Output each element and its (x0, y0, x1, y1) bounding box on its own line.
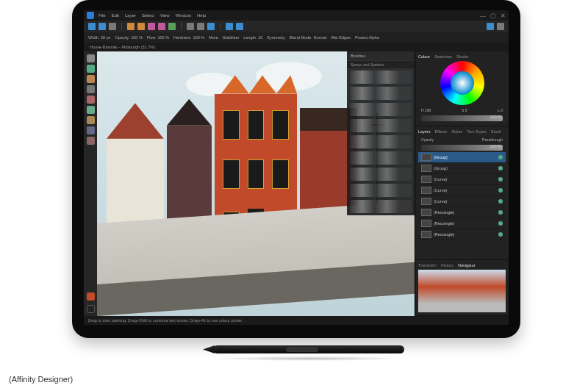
document-tab[interactable]: House-Basniak – Pittsburgh (31.7%) (90, 45, 155, 49)
tab-effects[interactable]: Effects (435, 129, 448, 134)
visibility-toggle-icon[interactable] (498, 166, 503, 170)
account-icon[interactable] (487, 23, 494, 30)
minimize-button[interactable]: — (480, 12, 486, 19)
foreground-colour-swatch[interactable] (87, 292, 95, 301)
layer-row[interactable]: (Curve) (418, 174, 506, 185)
layer-thumbnail (421, 176, 431, 183)
menu-view[interactable]: View (160, 13, 170, 18)
opt-width[interactable]: Width20 px (88, 35, 111, 40)
visibility-toggle-icon[interactable] (498, 210, 503, 215)
tool-b-icon[interactable] (137, 23, 145, 30)
align-icon[interactable] (197, 23, 204, 30)
layer-row[interactable]: (Rectangle) (418, 218, 506, 229)
brush-preset[interactable] (350, 103, 412, 116)
move-tool-icon[interactable] (87, 54, 95, 62)
brush-preset[interactable] (350, 200, 412, 213)
canvas[interactable]: Brushes Sprays and Spatters (97, 51, 415, 316)
layer-row[interactable]: (Rectangle) (418, 229, 506, 240)
menu-help[interactable]: Help (197, 13, 206, 18)
visibility-toggle-icon[interactable] (498, 188, 503, 193)
persona-designer-icon[interactable] (88, 23, 96, 30)
brush-tool-icon[interactable] (87, 75, 95, 83)
node-tool-icon[interactable] (87, 65, 95, 73)
arrange-icon[interactable] (187, 23, 194, 30)
hue-value: H 190 (421, 108, 431, 112)
opt-protect[interactable]: Protect Alpha (355, 35, 379, 40)
tab-layers[interactable]: Layers (418, 129, 431, 134)
visibility-toggle-icon[interactable] (498, 232, 503, 237)
tab-styles[interactable]: Styles (451, 129, 462, 134)
fill-tool-icon[interactable] (87, 96, 95, 104)
close-button[interactable]: ✕ (501, 12, 506, 19)
menu-window[interactable]: Window (176, 13, 191, 18)
opt-blend[interactable]: Blend ModeNormal (290, 35, 326, 40)
opt-length[interactable]: Length10 (243, 35, 262, 40)
window-controls: — ▢ ✕ (480, 12, 506, 19)
layer-row[interactable]: (Group) (418, 152, 506, 163)
group-icon[interactable] (236, 23, 243, 30)
brush-preset[interactable] (350, 119, 412, 132)
tool-a-icon[interactable] (127, 23, 135, 30)
layer-row[interactable]: (Curve) (418, 185, 506, 196)
navigator-thumbnail[interactable] (418, 270, 506, 312)
text-tool-icon[interactable] (87, 116, 95, 124)
layer-opacity-slider[interactable] (421, 145, 503, 151)
tab-history[interactable]: History (441, 263, 453, 267)
pen-tool-icon[interactable] (87, 85, 95, 93)
eraser-tool-icon[interactable] (87, 137, 95, 145)
persona-pixel-icon[interactable] (98, 23, 106, 30)
opt-symmetry[interactable]: Symmetry (267, 35, 285, 40)
opt-flow[interactable]: Flow100 % (147, 35, 169, 40)
layers-passthrough[interactable]: Passthrough (482, 137, 503, 142)
tab-colour[interactable]: Colour (418, 54, 430, 59)
brush-category-dropdown[interactable]: Sprays and Spatters (347, 60, 415, 69)
menu-edit[interactable]: Edit (112, 13, 119, 18)
crop-tool-icon[interactable] (87, 126, 95, 134)
brush-preset[interactable] (350, 184, 412, 197)
menu-file[interactable]: File (98, 13, 106, 18)
opt-wet[interactable]: Wet Edges (331, 35, 351, 40)
brush-preset[interactable] (350, 87, 412, 100)
tab-textstyles[interactable]: Text Styles (467, 129, 487, 134)
visibility-toggle-icon[interactable] (498, 199, 503, 204)
brushes-panel[interactable]: Brushes Sprays and Spatters (347, 51, 415, 215)
share-icon[interactable] (109, 23, 116, 30)
opt-stabiliser[interactable]: Stabiliser (223, 35, 240, 40)
visibility-toggle-icon[interactable] (498, 155, 503, 159)
brush-preset[interactable] (350, 71, 412, 84)
tab-transform[interactable]: Transform (418, 263, 437, 267)
main-area: Brushes Sprays and Spatters (84, 51, 509, 316)
colour-opacity-slider[interactable] (421, 115, 503, 121)
layer-name: (Curve) (434, 188, 447, 193)
tool-d-icon[interactable] (158, 23, 165, 30)
brush-preset[interactable] (350, 168, 412, 181)
visibility-toggle-icon[interactable] (498, 221, 503, 226)
colour-wheel[interactable] (440, 61, 484, 105)
tab-swatches[interactable]: Swatches (434, 54, 452, 59)
background-colour-swatch[interactable] (87, 305, 95, 313)
menu-layer[interactable]: Layer (125, 13, 136, 18)
snap-icon[interactable] (207, 23, 215, 30)
brush-preset[interactable] (350, 151, 412, 165)
layer-name: (Curve) (434, 199, 447, 204)
insert-icon[interactable] (226, 23, 233, 30)
tab-stock[interactable]: Stock (491, 129, 501, 134)
tool-e-icon[interactable] (168, 23, 176, 30)
tab-stroke[interactable]: Stroke (456, 54, 468, 59)
settings-icon[interactable] (497, 23, 504, 30)
tool-c-icon[interactable] (148, 23, 155, 30)
shape-tool-icon[interactable] (87, 106, 95, 114)
opt-opacity[interactable]: Opacity100 % (115, 35, 143, 40)
main-menu: File Edit Layer Select View Window Help (98, 13, 206, 18)
layer-row[interactable]: (Curve) (418, 196, 506, 207)
menu-select[interactable]: Select (142, 13, 154, 18)
layer-row[interactable]: (Rectangle) (418, 207, 506, 218)
brush-list[interactable] (347, 69, 415, 215)
brush-preset[interactable] (350, 135, 412, 148)
tab-navigator[interactable]: Navigator (458, 263, 476, 267)
opt-more[interactable]: More (209, 35, 218, 40)
visibility-toggle-icon[interactable] (498, 177, 503, 182)
layer-row[interactable]: (Group) (418, 163, 506, 174)
maximize-button[interactable]: ▢ (490, 12, 496, 19)
opt-hardness[interactable]: Hardness100 % (173, 35, 204, 40)
